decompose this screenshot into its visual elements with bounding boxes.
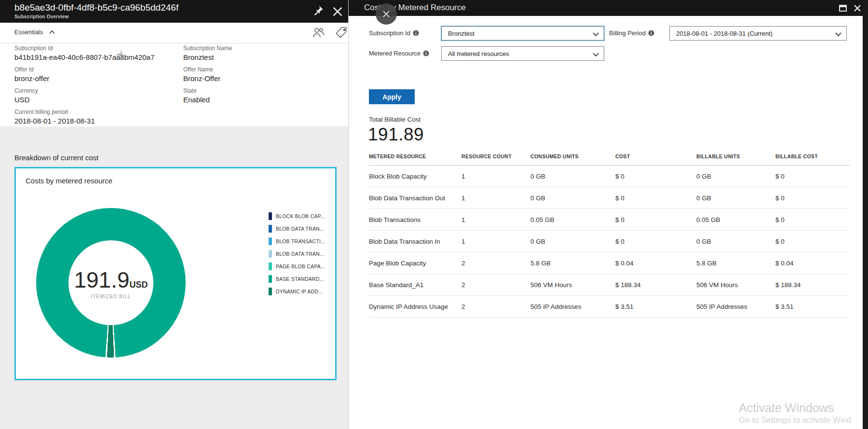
table-cell: $ 0 xyxy=(775,166,850,187)
field-value: bronz-offer xyxy=(14,73,154,83)
table-cell: Blob Data Transaction Out xyxy=(369,187,461,209)
table-cell: 0.05 GB xyxy=(696,209,775,231)
table-cell: Page Blob Capacity xyxy=(369,252,461,274)
subscription-blade-title: b8e5ae3d-0fbf-4df8-b5c9-ca96b5dd246f xyxy=(14,2,178,13)
column-header: COST xyxy=(615,153,696,166)
table-cell: $ 0 xyxy=(775,187,850,209)
legend-label: BLOCK BLOB CAP... xyxy=(276,213,325,219)
legend-chip xyxy=(269,212,272,220)
billing-period-select[interactable]: 2018-08-01 - 2018-08-31 (Current) xyxy=(669,26,847,41)
legend-label: BLOB DATA TRAN... xyxy=(276,251,324,257)
legend-item: BLOB DATA TRAN... xyxy=(269,248,334,260)
column-header: RESOURCE COUNT xyxy=(461,153,530,166)
apply-button[interactable]: Apply xyxy=(369,89,415,104)
essentials-left-column: Subscription Idb41b191a-ea40-40c6-8807-b… xyxy=(14,45,154,130)
legend-item: BLOB DATA TRAN... xyxy=(269,222,334,235)
table-cell: Dynamic IP Address Usage xyxy=(369,296,461,318)
table-cell: 1 xyxy=(461,187,530,209)
field-label: Currency xyxy=(14,87,154,95)
table-cell: Blob Transactions xyxy=(369,209,461,231)
table-header-row: METERED RESOURCERESOURCE COUNTCONSUMED U… xyxy=(369,153,850,166)
essentials-right-column: Subscription NameBronztestOffer NameBron… xyxy=(183,45,232,109)
subscription-id-select[interactable]: Bronztest xyxy=(441,26,604,41)
legend-chip xyxy=(269,225,272,233)
table-row: Dynamic IP Address Usage2505 IP Addresse… xyxy=(369,296,850,318)
table-row: Base Standard_A12506 VM Hours$ 188.34506… xyxy=(369,274,850,296)
essentials-field: Subscription Idb41b191a-ea40-40c6-8807-b… xyxy=(14,45,154,62)
column-header: METERED RESOURCE xyxy=(369,153,461,166)
info-icon[interactable] xyxy=(648,30,654,36)
field-value: USD xyxy=(14,95,154,105)
table-cell: 5.8 GB xyxy=(696,252,775,274)
metered-resource-select[interactable]: All metered resources xyxy=(441,46,604,61)
right-edge-strip xyxy=(863,0,868,429)
legend-label: DYNAMIC IP ADD... xyxy=(276,289,323,294)
table-cell: 0 GB xyxy=(696,231,775,252)
legend-item: PAGE BLOB CAPA... xyxy=(269,260,334,273)
table-cell: 2 xyxy=(461,252,530,274)
table-cell: 506 VM Hours xyxy=(696,274,775,296)
table-cell: 0 GB xyxy=(530,231,615,252)
info-icon[interactable] xyxy=(423,50,429,56)
info-icon[interactable] xyxy=(413,30,419,36)
field-value: b41b191a-ea40-40c6-8807-b7aa8bm420a7 xyxy=(14,52,154,62)
table-row: Block Blob Capacity10 GB$ 00 GB$ 0 xyxy=(369,166,850,187)
subscription-blade-header: b8e5ae3d-0fbf-4df8-b5c9-ca96b5dd246f Sub… xyxy=(0,0,348,23)
maximize-icon[interactable] xyxy=(838,3,848,13)
table-cell: 1 xyxy=(461,166,530,187)
table-cell: 0 GB xyxy=(696,187,775,209)
legend-chip xyxy=(269,263,272,270)
table-cell: $ 0.04 xyxy=(615,252,696,274)
activate-windows-watermark: Activate Windows xyxy=(739,401,834,415)
table-cell: $ 0 xyxy=(775,231,850,252)
close-overlay-button[interactable] xyxy=(376,3,397,25)
tag-icon[interactable] xyxy=(334,26,349,40)
metered-resource-label: Metered Resource xyxy=(369,50,429,57)
legend-chip xyxy=(269,275,272,283)
breakdown-section-title: Breakdown of current cost xyxy=(14,153,98,162)
table-cell: $ 0 xyxy=(615,231,696,252)
cost-breakdown-chart-tile[interactable]: Costs by metered resource 191.9USD ITEMI… xyxy=(14,167,337,380)
mouse-cursor-icon: ☝ xyxy=(116,48,123,63)
pin-icon[interactable] xyxy=(312,5,324,16)
essentials-field: Subscription NameBronztest xyxy=(183,45,232,62)
table-cell: $ 3.51 xyxy=(615,296,696,318)
table-cell: 0.05 GB xyxy=(530,209,615,231)
essentials-field: Offer NameBronz-Offer xyxy=(183,66,232,83)
field-label: Offer Name xyxy=(183,66,232,73)
table-cell: 2 xyxy=(461,274,530,296)
table-cell: 1 xyxy=(461,231,530,252)
field-value: Bronz-Offer xyxy=(183,73,232,83)
field-label: Offer Id xyxy=(14,66,154,73)
users-icon[interactable] xyxy=(311,26,326,40)
essentials-label: Essentials xyxy=(14,28,43,36)
table-cell: $ 0 xyxy=(615,166,696,187)
table-cell: $ 0.04 xyxy=(775,252,850,274)
close-window-icon[interactable] xyxy=(853,3,862,13)
subscription-overview-blade: b8e5ae3d-0fbf-4df8-b5c9-ca96b5dd246f Sub… xyxy=(0,0,348,429)
column-header: CONSUMED UNITS xyxy=(530,153,615,166)
table-row: Page Blob Capacity25.8 GB$ 0.045.8 GB$ 0… xyxy=(369,252,850,274)
legend-item: BLOCK BLOB CAP... xyxy=(269,210,334,222)
close-blade-icon[interactable] xyxy=(332,6,343,17)
chevron-down-icon xyxy=(835,31,841,36)
legend-chip xyxy=(269,237,272,245)
table-cell: $ 0 xyxy=(615,209,696,231)
billing-period-label: Billing Period xyxy=(609,29,654,37)
field-label: Subscription Id xyxy=(14,45,154,52)
legend-item: DYNAMIC IP ADD... xyxy=(269,285,334,298)
table-cell: $ 0 xyxy=(615,187,696,209)
table-cell: 5.8 GB xyxy=(530,252,615,274)
field-label: State xyxy=(183,87,232,95)
table-cell: $ 0 xyxy=(775,209,850,231)
table-cell: 2 xyxy=(461,296,530,318)
table-cell: 505 IP Addresses xyxy=(530,296,615,318)
table-cell: 0 GB xyxy=(530,166,615,187)
field-label: Subscription Name xyxy=(183,45,232,52)
donut-total-value: 191.9 xyxy=(74,267,129,292)
table-cell: 0 GB xyxy=(530,187,615,209)
chart-legend: BLOCK BLOB CAP...BLOB DATA TRAN...BLOB T… xyxy=(269,210,334,298)
essentials-toggle[interactable]: Essentials xyxy=(14,28,55,36)
table-cell: Blob Data Transaction In xyxy=(369,231,461,252)
field-label: Current billing period xyxy=(14,109,154,116)
